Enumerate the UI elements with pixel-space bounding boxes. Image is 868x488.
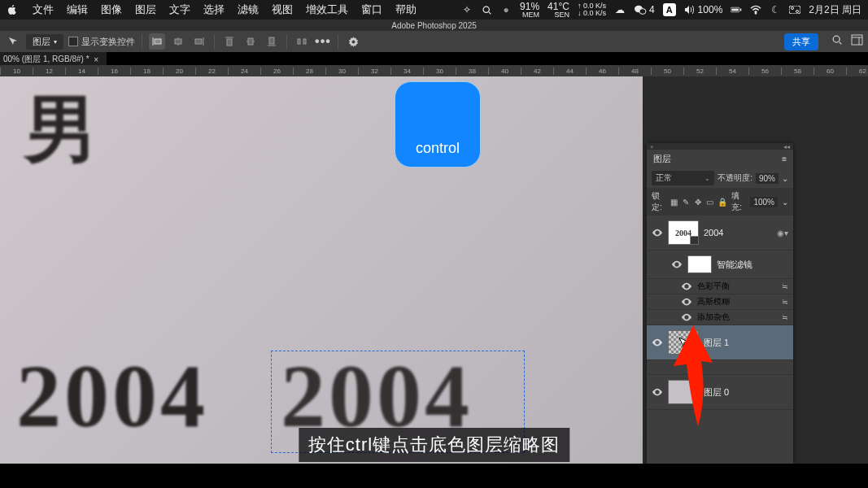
layer-thumb-layer1[interactable] bbox=[668, 330, 699, 355]
smart-indicator-icon: ◉▾ bbox=[777, 229, 788, 237]
svg-rect-28 bbox=[852, 35, 862, 45]
search-icon[interactable] bbox=[481, 4, 492, 15]
layer-name[interactable]: 2004 bbox=[704, 228, 723, 237]
lock-artboard-icon[interactable]: ▭ bbox=[706, 197, 714, 207]
menu-image[interactable]: 图像 bbox=[94, 0, 129, 20]
filter-opts-icon[interactable]: ≒ bbox=[782, 298, 788, 306]
lock-label: 锁定: bbox=[652, 190, 666, 213]
dnd-moon-icon[interactable]: ☾ bbox=[770, 4, 781, 15]
svg-point-7 bbox=[756, 12, 757, 13]
svg-rect-8 bbox=[789, 6, 800, 14]
filter-row-gaussblur[interactable]: 高斯模糊≒ bbox=[647, 294, 793, 310]
temp-stat: 41°CSEN bbox=[547, 2, 569, 19]
menu-filter[interactable]: 滤镜 bbox=[231, 0, 265, 20]
svg-point-10 bbox=[796, 11, 799, 13]
menu-window[interactable]: 窗口 bbox=[355, 0, 389, 20]
menubar-right: ✧ ● 91%MEM 41°CSEN ↑ 0.0 K/s↓ 0.0 K/s ☁︎… bbox=[461, 2, 868, 19]
filter-row-colorbalance[interactable]: 色彩平衡≒ bbox=[647, 279, 793, 294]
layer-name[interactable]: 图层 1 bbox=[704, 337, 729, 349]
document-tab[interactable]: 00% (图层 1, RGB/8#) * × bbox=[0, 52, 107, 65]
search-workspace-icon[interactable] bbox=[831, 34, 843, 49]
filter-mask-thumb[interactable] bbox=[687, 255, 712, 273]
svg-rect-5 bbox=[732, 9, 739, 11]
svg-point-9 bbox=[792, 7, 794, 10]
align-left-icon[interactable] bbox=[149, 33, 165, 50]
layer-row-2004[interactable]: 2004 2004 ◉▾ bbox=[647, 216, 793, 251]
mac-menubar: 文件 编辑 图像 图层 文字 选择 滤镜 视图 增效工具 窗口 帮助 ✧ ● 9… bbox=[0, 0, 868, 20]
move-tool-icon[interactable] bbox=[5, 33, 21, 50]
visibility-icon[interactable] bbox=[681, 296, 692, 307]
gear-icon[interactable] bbox=[345, 33, 361, 50]
fill-value[interactable]: 100% bbox=[750, 197, 778, 207]
more-icon[interactable]: ••• bbox=[315, 33, 331, 50]
app-titlebar: Adobe Photoshop 2025 bbox=[0, 20, 868, 31]
menu-help[interactable]: 帮助 bbox=[389, 0, 423, 20]
align-vcenter-icon[interactable] bbox=[242, 33, 259, 50]
lock-pixels-icon[interactable]: ▦ bbox=[670, 197, 678, 207]
artboard[interactable]: 男 2004 2004 bbox=[0, 76, 643, 464]
ai-icon[interactable]: ✧ bbox=[461, 4, 473, 15]
menu-edit[interactable]: 编辑 bbox=[60, 0, 94, 20]
art-glyph: 男 bbox=[24, 81, 98, 180]
menu-type[interactable]: 文字 bbox=[163, 0, 197, 20]
visibility-icon[interactable] bbox=[681, 281, 692, 292]
filter-row-addnoise[interactable]: 添加杂色≒ bbox=[647, 310, 793, 325]
visibility-icon[interactable] bbox=[671, 259, 683, 270]
wechat-icon[interactable]: 4 bbox=[634, 4, 655, 15]
smart-filters-row[interactable]: 智能滤镜 bbox=[647, 251, 793, 279]
distribute-icon[interactable] bbox=[294, 33, 310, 50]
visibility-icon[interactable] bbox=[681, 312, 692, 323]
blend-mode-combo[interactable]: 正常⌄ bbox=[652, 171, 714, 185]
svg-line-1 bbox=[489, 11, 491, 13]
layer-thumb-layer0[interactable] bbox=[668, 380, 699, 404]
workspace-icon[interactable] bbox=[851, 34, 863, 49]
battery-icon[interactable] bbox=[731, 4, 742, 15]
ruler-horizontal: 1012141618202224262830323436384042444648… bbox=[0, 65, 868, 76]
layer-select-combo[interactable]: 图层▾ bbox=[26, 34, 63, 50]
mem-stat: 91%MEM bbox=[520, 2, 539, 19]
layers-tab[interactable]: 图层≡ bbox=[647, 150, 793, 168]
layer-row-layer0[interactable]: 图层 0 bbox=[647, 375, 793, 410]
lock-brush-icon[interactable]: ✎ bbox=[683, 197, 691, 207]
align-right-icon[interactable] bbox=[191, 33, 207, 50]
menu-view[interactable]: 视图 bbox=[265, 0, 299, 20]
layers-panel[interactable]: ×◂◂ 图层≡ 正常⌄ 不透明度: 90% ⌄ 锁定: ▦ ✎ ✥ ▭ 🔒 填充… bbox=[647, 143, 793, 488]
volume-icon[interactable]: 100% bbox=[684, 4, 723, 15]
panel-grip[interactable]: ×◂◂ bbox=[647, 143, 793, 150]
control-center-icon[interactable] bbox=[789, 4, 800, 15]
menu-select[interactable]: 选择 bbox=[197, 0, 231, 20]
layer-name[interactable]: 图层 0 bbox=[704, 386, 729, 399]
align-hcenter-icon[interactable] bbox=[170, 33, 186, 50]
svg-line-27 bbox=[840, 42, 842, 45]
filter-opts-icon[interactable]: ≒ bbox=[782, 282, 788, 290]
svg-rect-20 bbox=[248, 38, 253, 45]
align-bottom-icon[interactable] bbox=[264, 33, 280, 50]
filter-opts-icon[interactable]: ≒ bbox=[782, 313, 788, 321]
visibility-icon[interactable] bbox=[652, 227, 663, 238]
input-a-icon[interactable]: A bbox=[663, 3, 676, 16]
layer-row-layer1[interactable]: 图层 1 bbox=[647, 325, 793, 360]
rec-icon[interactable]: ● bbox=[500, 4, 512, 15]
svg-rect-24 bbox=[303, 39, 306, 44]
share-button[interactable]: 共享 bbox=[784, 33, 818, 50]
show-transform-checkbox[interactable]: 显示变换控件 bbox=[68, 36, 135, 48]
cloud-icon[interactable]: ☁︎ bbox=[614, 4, 626, 15]
align-top-icon[interactable] bbox=[221, 33, 238, 50]
visibility-icon[interactable] bbox=[652, 337, 663, 348]
lock-move-icon[interactable]: ✥ bbox=[694, 197, 702, 207]
menu-layer[interactable]: 图层 bbox=[129, 0, 163, 20]
art-num-1: 2004 bbox=[16, 345, 208, 448]
date-time[interactable]: 2月2日 周日 bbox=[809, 3, 861, 17]
visibility-icon[interactable] bbox=[652, 386, 663, 398]
lock-all-icon[interactable]: 🔒 bbox=[718, 197, 727, 207]
fill-label: 填充: bbox=[731, 190, 746, 213]
wifi-icon[interactable] bbox=[750, 4, 761, 15]
svg-rect-6 bbox=[740, 9, 741, 11]
menu-plugins[interactable]: 增效工具 bbox=[299, 0, 355, 20]
opacity-value[interactable]: 90% bbox=[756, 173, 779, 184]
menu-file[interactable]: 文件 bbox=[26, 0, 60, 20]
svg-rect-12 bbox=[155, 39, 161, 44]
svg-rect-22 bbox=[269, 37, 274, 44]
layer-thumb-2004[interactable]: 2004 bbox=[668, 220, 699, 245]
svg-point-25 bbox=[351, 40, 355, 43]
